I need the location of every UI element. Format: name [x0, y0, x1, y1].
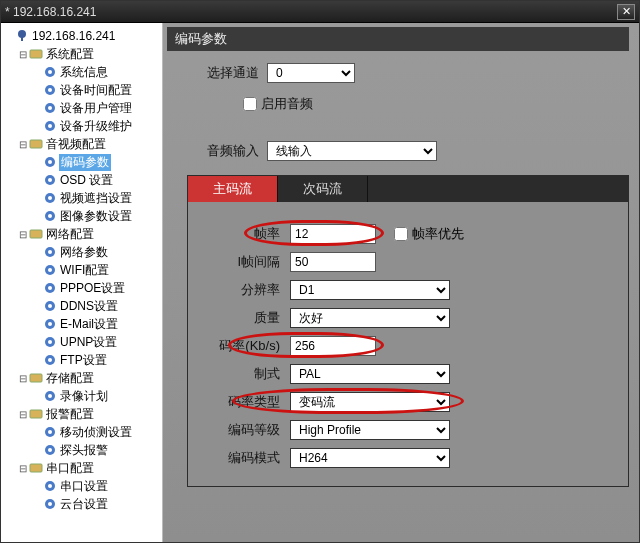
quality-select[interactable]: 次好	[290, 308, 450, 328]
folder-icon	[29, 461, 43, 475]
gear-icon	[43, 83, 57, 97]
tree-item-2-0[interactable]: 网络参数	[3, 243, 162, 261]
svg-point-37	[48, 394, 52, 398]
twisty-icon: ⊟	[17, 373, 29, 384]
tree-item-1-0[interactable]: 编码参数	[3, 153, 162, 171]
tree-group-5[interactable]: ⊟串口配置	[3, 459, 162, 477]
svg-rect-2	[30, 50, 42, 58]
gear-icon	[43, 191, 57, 205]
tab-main-stream[interactable]: 主码流	[188, 176, 278, 202]
svg-rect-11	[30, 140, 42, 148]
bitrate-row: 码率(Kb/s)	[192, 336, 620, 356]
standard-select[interactable]: PAL	[290, 364, 450, 384]
enable-audio-checkbox[interactable]: 启用音频	[243, 95, 313, 113]
audio-input-select[interactable]: 线输入	[267, 141, 437, 161]
gear-icon	[43, 281, 57, 295]
tree-group-1[interactable]: ⊟音视频配置	[3, 135, 162, 153]
encoder-box: 主码流 次码流 帧率 帧率优先 I帧间隔	[187, 175, 629, 487]
tree-label: 编码参数	[59, 154, 111, 171]
tree-item-0-1[interactable]: 设备时间配置	[3, 81, 162, 99]
gear-icon	[43, 155, 57, 169]
resolution-select[interactable]: D1	[290, 280, 450, 300]
tree-item-0-2[interactable]: 设备用户管理	[3, 99, 162, 117]
tree-label: 报警配置	[45, 406, 95, 423]
tree-group-0[interactable]: ⊟系统配置	[3, 45, 162, 63]
tree-item-1-2[interactable]: 视频遮挡设置	[3, 189, 162, 207]
profile-row: 编码等级 High Profile	[192, 420, 620, 440]
tree-label: 系统配置	[45, 46, 95, 63]
iframe-input[interactable]	[290, 252, 376, 272]
svg-point-4	[48, 70, 52, 74]
sidebar-tree[interactable]: 192.168.16.241⊟系统配置系统信息设备时间配置设备用户管理设备升级维…	[1, 23, 163, 542]
titlebar: * 192.168.16.241 ✕	[1, 1, 639, 23]
svg-rect-1	[21, 37, 23, 41]
svg-point-34	[48, 358, 52, 362]
tree-item-2-3[interactable]: DDNS设置	[3, 297, 162, 315]
enable-audio-input[interactable]	[243, 97, 257, 111]
svg-point-17	[48, 196, 52, 200]
resolution-row: 分辨率 D1	[192, 280, 620, 300]
fps-priority-label: 帧率优先	[412, 225, 464, 243]
tree-item-2-5[interactable]: UPNP设置	[3, 333, 162, 351]
profile-label: 编码等级	[192, 421, 280, 439]
fps-priority-checkbox[interactable]: 帧率优先	[394, 225, 464, 243]
tree-label: 设备时间配置	[59, 82, 133, 99]
enable-audio-label: 启用音频	[261, 95, 313, 113]
codec-label: 编码模式	[192, 449, 280, 467]
tree-group-4[interactable]: ⊟报警配置	[3, 405, 162, 423]
tree-label: DDNS设置	[59, 298, 119, 315]
tree-item-2-2[interactable]: PPPOE设置	[3, 279, 162, 297]
enable-audio-row: 启用音频	[243, 95, 633, 113]
ratetype-select[interactable]: 变码流	[290, 392, 450, 412]
twisty-icon: ⊟	[17, 49, 29, 60]
bitrate-input[interactable]	[290, 336, 376, 356]
channel-select[interactable]: 0	[267, 63, 355, 83]
codec-select[interactable]: H264	[290, 448, 450, 468]
encoder-form: 帧率 帧率优先 I帧间隔 分辨率 D1	[188, 202, 628, 486]
gear-icon	[43, 497, 57, 511]
tree-label: 设备升级维护	[59, 118, 133, 135]
twisty-icon: ⊟	[17, 409, 29, 420]
tree-item-2-6[interactable]: FTP设置	[3, 351, 162, 369]
fps-priority-input[interactable]	[394, 227, 408, 241]
svg-point-28	[48, 304, 52, 308]
gear-icon	[43, 317, 57, 331]
gear-icon	[43, 479, 57, 493]
tree-item-0-3[interactable]: 设备升级维护	[3, 117, 162, 135]
tree-item-1-1[interactable]: OSD 设置	[3, 171, 162, 189]
gear-icon	[43, 335, 57, 349]
tree-item-2-4[interactable]: E-Mail设置	[3, 315, 162, 333]
gear-icon	[43, 101, 57, 115]
tree-item-5-1[interactable]: 云台设置	[3, 495, 162, 513]
tree-item-1-3[interactable]: 图像参数设置	[3, 207, 162, 225]
main-panel: 编码参数 选择通道 0 启用音频 音频输入 线输入 主码流 次码流	[163, 23, 639, 542]
tree-item-2-1[interactable]: WIFI配置	[3, 261, 162, 279]
tree-item-3-0[interactable]: 录像计划	[3, 387, 162, 405]
close-button[interactable]: ✕	[617, 4, 635, 20]
tree-group-2[interactable]: ⊟网络配置	[3, 225, 162, 243]
profile-select[interactable]: High Profile	[290, 420, 450, 440]
gear-icon	[43, 443, 57, 457]
tree-label: FTP设置	[59, 352, 108, 369]
tree-item-0-0[interactable]: 系统信息	[3, 63, 162, 81]
gear-icon	[43, 299, 57, 313]
svg-point-0	[18, 30, 26, 38]
tree-group-3[interactable]: ⊟存储配置	[3, 369, 162, 387]
tree-root[interactable]: 192.168.16.241	[3, 27, 162, 45]
tree-label: 192.168.16.241	[31, 29, 116, 43]
svg-point-42	[48, 448, 52, 452]
twisty-icon: ⊟	[17, 229, 29, 240]
tree-label: 录像计划	[59, 388, 109, 405]
tree-label: WIFI配置	[59, 262, 110, 279]
iframe-row: I帧间隔	[192, 252, 620, 272]
svg-point-32	[48, 340, 52, 344]
tree-item-4-0[interactable]: 移动侦测设置	[3, 423, 162, 441]
svg-point-40	[48, 430, 52, 434]
tree-item-5-0[interactable]: 串口设置	[3, 477, 162, 495]
tab-sub-stream[interactable]: 次码流	[278, 176, 368, 202]
tree-item-4-1[interactable]: 探头报警	[3, 441, 162, 459]
channel-row: 选择通道 0	[203, 63, 633, 83]
svg-point-8	[48, 106, 52, 110]
resolution-label: 分辨率	[192, 281, 280, 299]
fps-input[interactable]	[290, 224, 376, 244]
